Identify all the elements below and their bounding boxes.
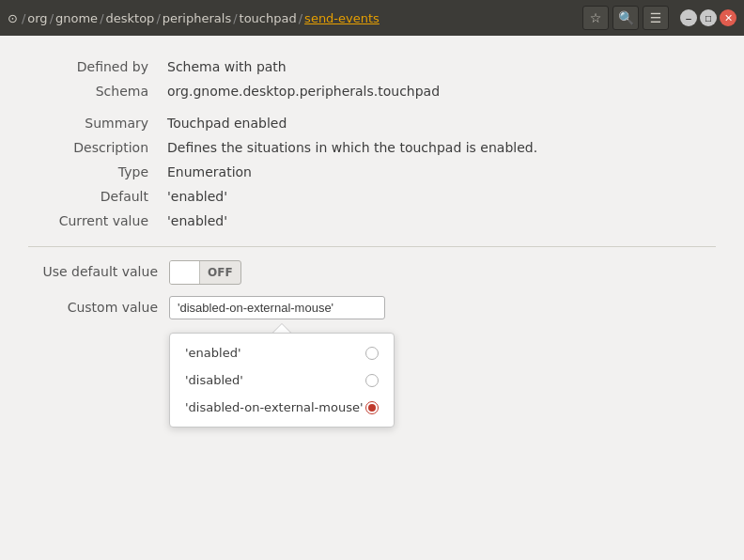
summary-value: Touchpad enabled	[160, 111, 716, 135]
radio-enabled	[365, 347, 379, 360]
sep: /	[50, 11, 54, 25]
dropdown-option-enabled[interactable]: 'enabled'	[170, 339, 394, 366]
use-default-control: OFF	[169, 260, 716, 285]
option-label-enabled: 'enabled'	[185, 346, 240, 360]
summary-row: Summary Touchpad enabled	[28, 111, 716, 135]
minimize-button[interactable]: –	[680, 9, 697, 26]
toggle-switch[interactable]: OFF	[169, 260, 241, 285]
breadcrumb-org[interactable]: org	[27, 11, 47, 25]
use-default-row: Use default value OFF	[28, 260, 716, 285]
type-label: Type	[28, 160, 160, 184]
toggle-knob	[170, 260, 200, 285]
schema-value: org.gnome.desktop.peripherals.touchpad	[160, 79, 716, 103]
custom-value-label: Custom value	[28, 296, 169, 315]
breadcrumb: ⊙ / org / gnome / desktop / peripherals …	[8, 11, 577, 25]
breadcrumb-current[interactable]: send-events	[304, 11, 380, 25]
breadcrumb-touchpad[interactable]: touchpad	[240, 11, 297, 25]
window-controls: – □ ✕	[680, 9, 736, 26]
main-content: Defined by Schema with path Schema org.g…	[0, 36, 744, 456]
sep: /	[156, 11, 160, 25]
dropdown-arrow-inner	[273, 324, 290, 333]
default-row: Default 'enabled'	[28, 184, 716, 209]
dropdown-container: 'enabled' 'disabled' 'disabled-on-extern…	[169, 296, 395, 428]
schema-row: Schema org.gnome.desktop.peripherals.tou…	[28, 79, 716, 103]
titlebar-actions: ☆ 🔍 ☰	[582, 6, 669, 30]
defined-by-row: Defined by Schema with path	[28, 54, 716, 79]
radio-disabled-external	[365, 401, 379, 414]
custom-value-row: Custom value 'enabled'	[28, 296, 716, 428]
search-button[interactable]: 🔍	[612, 6, 639, 30]
dropdown-wrapper: 'enabled' 'disabled' 'disabled-on-extern…	[169, 323, 395, 428]
toggle-container: OFF	[169, 260, 716, 285]
use-default-label: Use default value	[28, 260, 169, 279]
description-row: Description Defines the situations in wh…	[28, 135, 716, 160]
sep: /	[100, 11, 103, 25]
custom-value-input[interactable]	[169, 296, 385, 319]
defined-by-value: Schema with path	[160, 54, 716, 79]
defined-by-label: Defined by	[28, 54, 160, 79]
breadcrumb-desktop[interactable]: desktop	[106, 11, 155, 25]
divider	[28, 246, 716, 247]
description-value: Defines the situations in which the touc…	[160, 135, 716, 160]
sep: /	[233, 11, 237, 25]
dropdown-option-disabled[interactable]: 'disabled'	[170, 366, 394, 394]
home-icon: ⊙	[8, 11, 18, 25]
titlebar: ⊙ / org / gnome / desktop / peripherals …	[0, 0, 744, 36]
dropdown-arrow-container	[169, 323, 395, 333]
current-value: 'enabled'	[160, 209, 716, 233]
radio-disabled	[365, 374, 379, 387]
description-label: Description	[28, 135, 160, 160]
sep: /	[299, 11, 302, 25]
close-button[interactable]: ✕	[720, 9, 736, 26]
summary-label: Summary	[28, 111, 160, 135]
option-label-disabled-external: 'disabled-on-external-mouse'	[185, 400, 364, 414]
default-value: 'enabled'	[160, 184, 716, 209]
menu-button[interactable]: ☰	[643, 6, 669, 30]
current-value-label: Current value	[28, 209, 160, 233]
option-label-disabled: 'disabled'	[185, 373, 243, 387]
type-value: Enumeration	[160, 160, 716, 184]
breadcrumb-peripherals[interactable]: peripherals	[163, 11, 231, 25]
info-table: Defined by Schema with path Schema org.g…	[28, 54, 716, 233]
maximize-button[interactable]: □	[700, 9, 717, 26]
dropdown-option-disabled-external[interactable]: 'disabled-on-external-mouse'	[170, 394, 394, 421]
default-label: Default	[28, 184, 160, 209]
current-value-row: Current value 'enabled'	[28, 209, 716, 233]
star-button[interactable]: ☆	[582, 6, 609, 30]
toggle-state-label: OFF	[200, 266, 240, 279]
type-row: Type Enumeration	[28, 160, 716, 184]
schema-label: Schema	[28, 79, 160, 103]
sep: /	[22, 11, 25, 25]
custom-value-control: 'enabled' 'disabled' 'disabled-on-extern…	[169, 296, 716, 428]
dropdown-popup: 'enabled' 'disabled' 'disabled-on-extern…	[169, 333, 395, 428]
breadcrumb-gnome[interactable]: gnome	[55, 11, 98, 25]
